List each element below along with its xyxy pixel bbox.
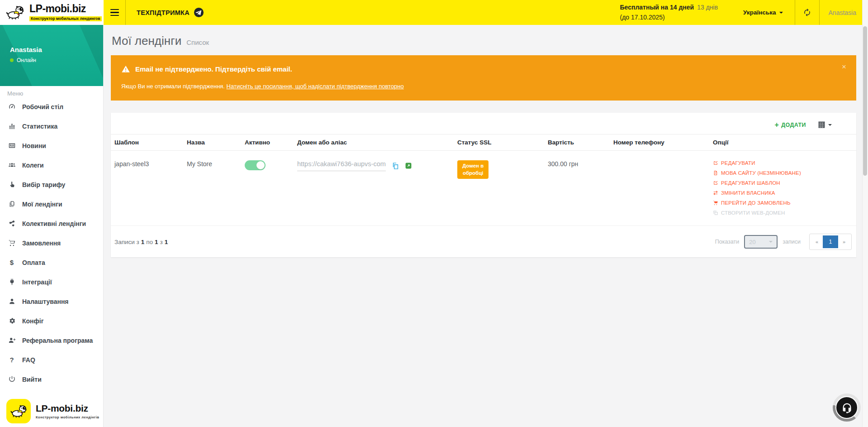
sidebar-item-news[interactable]: Новини [0,136,103,155]
pagination: « 1 » [809,234,852,250]
table-footer: Записи з 1 по 1 з 1 Показати 20 записи « [111,226,856,257]
refresh-button[interactable] [795,0,819,25]
ssl-status-badge: Домен в обробці [457,160,489,179]
landings-panel: + ДОДАТИ Шаблон На [111,113,856,257]
panel-toolbar: + ДОДАТИ [111,113,856,134]
sidebar-item-collective-landings[interactable]: Колективні лендінги [0,214,103,233]
col-active: Активно [241,134,294,151]
sidebar-user-name: Anastasia [10,46,103,53]
option-go-to-orders[interactable]: ПЕРЕЙТИ ДО ЗАМОВЛЕНЬ [713,200,853,206]
column-view-button[interactable] [815,120,835,129]
headset-icon [841,402,853,414]
cart-icon [713,200,718,206]
alert-title-text: Email не підтверджено. Підтвердіть свій … [135,65,292,73]
resend-confirmation-link[interactable]: Натисніть це посилання, щоб надіслати пі… [227,83,404,90]
open-site-button[interactable] [405,163,412,169]
gears-icon [7,317,16,325]
sidebar-item-my-landings[interactable]: Мої лендінги [0,194,103,214]
sidebar-item-dashboard[interactable]: Робочий стіл [0,97,103,116]
pages-icon [7,200,16,208]
sidebar-item-tariff[interactable]: Вибір тарифу [0,175,103,194]
page-size-select[interactable]: 20 [744,235,778,249]
sidebar-toggle-button[interactable] [104,0,125,25]
footer-brand-subtitle: Конструктор мобільних лендінгів [36,415,99,419]
sidebar-item-logout[interactable]: Вийти [0,369,103,389]
brand-logo[interactable]: LP-mobi.biz Конструктор мобильных лендин… [0,0,104,25]
sidebar-item-payment[interactable]: $ Оплата [0,253,103,272]
online-status-label: Онлайн [17,57,36,63]
col-ssl-status: Статус SSL [454,134,544,151]
sidebar-user-panel: Anastasia Онлайн [0,25,103,86]
grid-icon [818,121,825,129]
plus-icon: + [774,121,779,129]
sidebar-item-faq[interactable]: ? FAQ [0,350,103,369]
option-site-language[interactable]: МОВА САЙТУ (НЕЗМІНЮВАНЕ) [713,170,853,176]
top-bar: LP-mobi.biz Конструктор мобильных лендин… [0,0,868,25]
chevron-down-icon [828,124,832,128]
cart-icon [7,239,16,247]
sidebar-item-settings[interactable]: Налаштування [0,292,103,311]
edit-icon [713,160,718,166]
col-template: Шаблон [111,134,183,151]
menu-section-label: Меню [0,86,103,97]
copy-domain-button[interactable] [392,162,399,170]
support-chat-button[interactable] [833,393,861,422]
language-label: Українська [743,9,776,16]
site-language-icon [713,170,718,176]
users-icon [7,161,16,169]
exchange-icon [713,190,718,196]
col-name: Назва [183,134,241,151]
option-edit-template[interactable]: РЕДАГУВАТИ ШАБЛОН [713,180,853,186]
cell-price: 300.00 грн [544,151,610,226]
prev-page-button[interactable]: « [811,235,823,248]
scrollbar[interactable] [862,0,868,427]
dashboard-icon [7,103,16,110]
option-edit[interactable]: РЕДАГУВАТИ [713,160,853,166]
col-phone: Номер телефону [610,134,709,151]
username-label: Anastasia [829,9,856,16]
sidebar-item-referral[interactable]: Реферальна програма [0,331,103,350]
hand-pointer-icon [7,181,16,188]
close-icon[interactable]: × [839,62,849,71]
alert-text: Якщо Ви не отримали підтвердження. [121,83,225,90]
clone-icon [713,210,718,216]
sidebar-item-orders[interactable]: Замовлення [0,233,103,253]
plan-info: Бесплатный на 14 дней13 днів (до 17.10.2… [620,3,731,22]
scrollbar-thumb[interactable] [863,26,867,176]
domain-input[interactable] [297,160,386,171]
table-row: japan-steel3 My Store [111,151,856,226]
user-plus-icon [7,336,16,344]
page-header: Мої лендінги Список [112,34,856,48]
next-page-button[interactable]: » [838,235,850,248]
current-page-button[interactable]: 1 [823,235,838,248]
add-landing-button[interactable]: + ДОДАТИ [774,121,806,129]
refresh-icon [803,8,811,17]
table-header-row: Шаблон Назва Активно Домен або аліас Ста… [111,134,856,151]
option-create-web-domain[interactable]: СТВОРИТИ WEB-ДОМЕН [713,210,853,216]
col-options: Опції [709,134,856,151]
user-icon [7,297,16,305]
plug-icon [7,278,16,286]
sidebar-item-statistics[interactable]: Статистика [0,116,103,136]
chevron-down-icon [769,241,773,245]
user-menu[interactable]: Anastasia [820,0,868,25]
sidebar-item-integrations[interactable]: Інтеграції [0,272,103,292]
language-selector[interactable]: Українська [731,0,794,25]
sidebar-footer-logo[interactable]: LP-mobi.biz Конструктор мобільних лендін… [6,399,103,423]
copy-icon [392,162,399,170]
sidebar-nav: Робочий стіл Статистика Новини Колеги Ви… [0,97,103,399]
sidebar-item-colleagues[interactable]: Колеги [0,155,103,175]
app-icon [6,399,31,423]
show-label: Показати [715,239,740,245]
plan-until: (до 17.10.2025) [620,13,718,23]
online-status-dot [10,58,14,62]
tech-support-link[interactable]: ТЕХПІДТРИМКА [126,0,215,25]
page-title: Мої лендінги [112,34,181,48]
active-toggle[interactable] [245,160,266,170]
cell-template: japan-steel3 [111,151,183,226]
sidebar-item-config[interactable]: Конфіг [0,311,103,331]
option-change-owner[interactable]: ЗМІНИТИ ВЛАСНИКА [713,190,853,196]
plan-days-left: 13 днів [697,4,718,11]
main-content: Мої лендінги Список Email не підтверджен… [104,25,868,427]
col-price: Вартість [544,134,610,151]
